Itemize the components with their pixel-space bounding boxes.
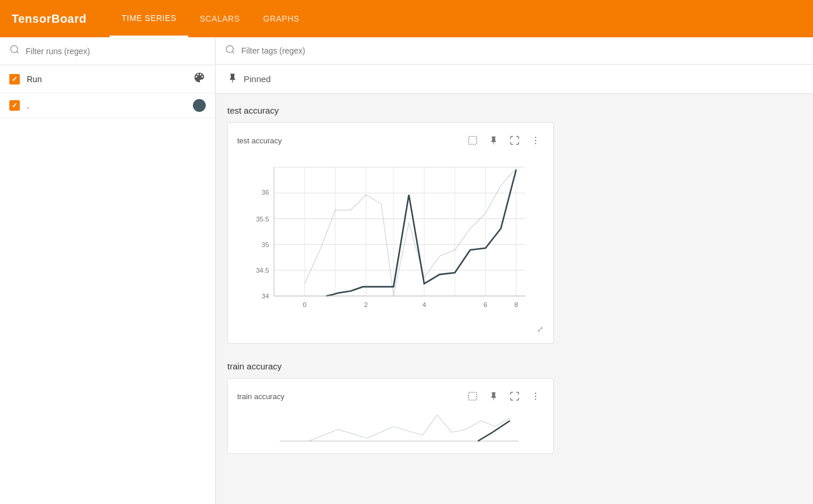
- train-fit-data-button[interactable]: [464, 388, 481, 404]
- svg-line-1: [16, 51, 18, 53]
- svg-text:8: 8: [514, 301, 518, 308]
- main-content: Pinned test accuracy test accuracy: [216, 37, 813, 504]
- train-more-options-button[interactable]: [527, 388, 544, 404]
- run-color-dot[interactable]: [193, 99, 206, 112]
- main-layout: Run .: [0, 37, 813, 504]
- train-chart-actions: [464, 388, 544, 404]
- search-icon: [9, 44, 20, 58]
- run-header-label: Run: [27, 75, 186, 84]
- tags-search-icon: [225, 44, 235, 57]
- train-accuracy-title: train accuracy: [227, 361, 801, 371]
- nav-time-series[interactable]: TIME SERIES: [110, 0, 188, 37]
- svg-line-3: [232, 51, 234, 53]
- logo: TensorBoard: [12, 12, 86, 26]
- test-accuracy-section: test accuracy test accuracy: [216, 94, 813, 350]
- svg-rect-34: [469, 392, 477, 400]
- runs-filter-input[interactable]: [26, 47, 206, 56]
- nav-scalars[interactable]: SCALARS: [188, 0, 252, 37]
- svg-text:35.5: 35.5: [256, 216, 269, 223]
- train-fullscreen-button[interactable]: [506, 388, 523, 404]
- train-accuracy-section: train accuracy train accuracy: [216, 350, 813, 460]
- svg-text:4: 4: [423, 301, 427, 308]
- svg-point-7: [535, 143, 536, 144]
- header: TensorBoard TIME SERIES SCALARS GRAPHS: [0, 0, 813, 37]
- train-pin-chart-button[interactable]: [485, 388, 502, 404]
- run-header-checkbox[interactable]: [9, 74, 20, 84]
- run-header-row: Run: [0, 65, 215, 93]
- train-chart-title: train accuracy: [237, 392, 284, 401]
- resize-icon[interactable]: ⤢: [537, 325, 544, 334]
- fit-data-button[interactable]: [464, 132, 481, 149]
- svg-point-6: [535, 140, 536, 141]
- svg-rect-4: [469, 136, 477, 144]
- train-chart-header: train accuracy: [237, 388, 544, 404]
- svg-point-35: [535, 393, 536, 394]
- chart-title: test accuracy: [237, 136, 282, 145]
- svg-point-5: [535, 137, 536, 138]
- svg-text:34.5: 34.5: [256, 267, 269, 274]
- svg-text:34: 34: [262, 292, 269, 299]
- svg-point-2: [226, 45, 233, 52]
- train-accuracy-chart: [237, 409, 544, 444]
- svg-text:6: 6: [484, 301, 487, 308]
- chart-actions: [464, 132, 544, 149]
- train-accuracy-chart-card: train accuracy: [227, 378, 554, 454]
- run-dot-row: .: [0, 93, 215, 118]
- test-accuracy-chart: 34 34.5 35 35.5 36 0 2 4 6 8: [237, 153, 544, 322]
- svg-text:35: 35: [262, 241, 269, 248]
- fullscreen-button[interactable]: [506, 132, 523, 149]
- chart-resize-area: ⤢: [237, 325, 544, 334]
- tags-search-bar[interactable]: [216, 37, 813, 65]
- nav-graphs[interactable]: GRAPHS: [252, 0, 311, 37]
- test-accuracy-chart-card: test accuracy: [227, 122, 554, 344]
- svg-point-0: [10, 45, 17, 52]
- more-options-button[interactable]: [527, 132, 544, 149]
- run-dot-label: .: [27, 101, 186, 110]
- pinned-section: Pinned: [216, 65, 813, 94]
- train-chart-svg: [237, 409, 544, 444]
- svg-text:2: 2: [364, 301, 368, 308]
- svg-point-37: [535, 399, 536, 400]
- pin-icon: [227, 73, 238, 85]
- sidebar: Run .: [0, 37, 216, 504]
- main-nav: TIME SERIES SCALARS GRAPHS: [110, 0, 311, 37]
- svg-text:36: 36: [262, 189, 269, 196]
- test-accuracy-title: test accuracy: [227, 105, 801, 115]
- svg-point-36: [535, 396, 536, 397]
- app-container: TensorBoard TIME SERIES SCALARS GRAPHS: [0, 0, 813, 504]
- chart-header: test accuracy: [237, 132, 544, 149]
- pinned-label: Pinned: [244, 74, 271, 84]
- svg-text:0: 0: [303, 301, 307, 308]
- runs-search-bar[interactable]: [0, 37, 215, 65]
- run-dot-checkbox[interactable]: [9, 100, 20, 111]
- chart-svg: 34 34.5 35 35.5 36 0 2 4 6 8: [237, 153, 544, 322]
- pin-chart-button[interactable]: [485, 132, 502, 149]
- tags-filter-input[interactable]: [241, 46, 804, 55]
- palette-icon[interactable]: [193, 71, 206, 87]
